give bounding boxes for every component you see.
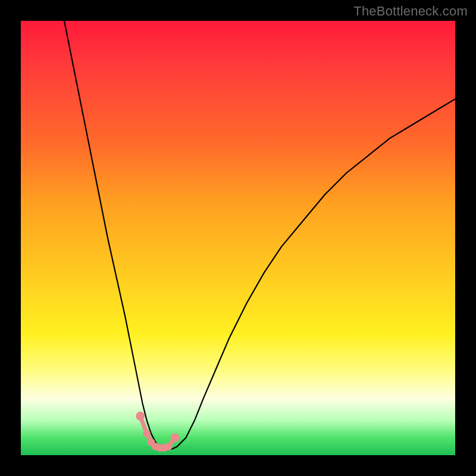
- marker-dot: [152, 443, 159, 450]
- plot-area: [21, 21, 455, 455]
- marker-dot: [148, 439, 155, 446]
- chart-stage: TheBottleneck.com: [0, 0, 476, 476]
- marker-dot: [171, 433, 180, 442]
- highlight-markers: [21, 21, 455, 455]
- bottleneck-curve: [21, 21, 455, 455]
- marker-dot: [156, 444, 164, 452]
- marker-dots: [136, 412, 179, 452]
- curve-path: [64, 21, 455, 450]
- watermark-text: TheBottleneck.com: [353, 4, 468, 19]
- marker-dot: [160, 444, 168, 452]
- marker-dot: [165, 443, 173, 450]
- marker-dot: [143, 430, 151, 437]
- marker-dot: [136, 412, 145, 421]
- marker-connector: [140, 416, 175, 447]
